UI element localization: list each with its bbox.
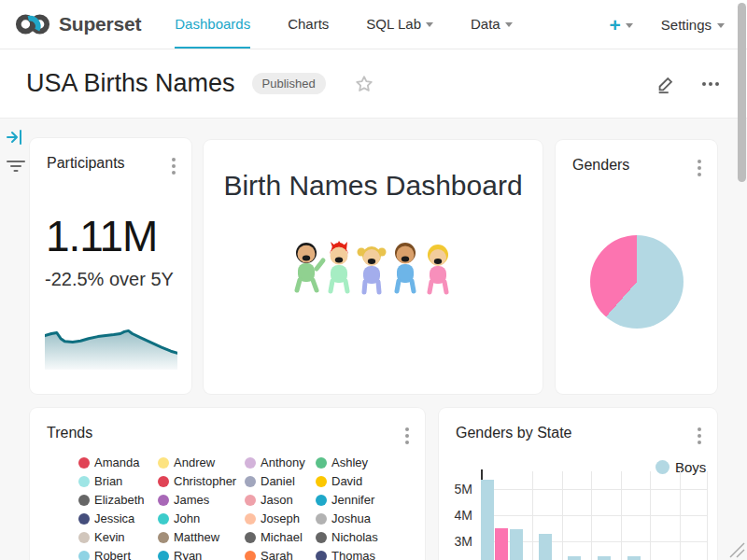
favorite-star-icon[interactable]	[354, 74, 374, 94]
legend-label: Ashley	[331, 455, 368, 469]
legend-label: Jennifer	[331, 493, 374, 507]
genders-pie-chart[interactable]	[590, 235, 684, 329]
bar-boy[interactable]	[481, 480, 494, 560]
markdown-heading: Birth Names Dashboard	[204, 170, 543, 202]
chevron-down-icon	[626, 23, 633, 28]
new-item-button[interactable]: +	[610, 15, 633, 35]
legend-item-brian[interactable]: Brian	[78, 475, 158, 487]
superset-brand[interactable]: Superset	[15, 0, 141, 49]
bar-boy[interactable]	[568, 556, 581, 560]
legend-item-joseph[interactable]: Joseph	[245, 512, 316, 525]
legend-item-anthony[interactable]: Anthony	[245, 456, 316, 469]
nav-item-sql-lab[interactable]: SQL Lab	[366, 0, 433, 49]
legend-label: Nicholas	[331, 530, 378, 544]
legend-item-andrew[interactable]: Andrew	[158, 456, 245, 469]
genders-card: Genders	[556, 140, 717, 394]
legend-label: Thomas	[331, 549, 375, 560]
top-nav: Superset DashboardsChartsSQL LabData + S…	[0, 0, 747, 49]
nav-item-charts[interactable]: Charts	[288, 0, 329, 49]
legend-label: Joseph	[261, 511, 300, 525]
gridline-v	[621, 471, 622, 560]
resize-corner-icon[interactable]	[729, 542, 745, 558]
bar-girl[interactable]	[495, 528, 508, 560]
nav-item-data[interactable]: Data	[471, 0, 513, 49]
legend-label: Robert	[94, 549, 131, 560]
plus-icon: +	[610, 15, 621, 35]
scrollbar-thumb[interactable]	[738, 3, 746, 182]
legend-item-amanda[interactable]: Amanda	[78, 456, 158, 469]
legend-item-robert[interactable]: Robert	[78, 550, 158, 560]
superset-logo-icon	[15, 13, 50, 35]
nav-item-dashboards[interactable]: Dashboards	[175, 0, 250, 49]
chevron-down-icon	[717, 23, 725, 28]
nav-item-label: Data	[471, 16, 500, 32]
legend-dot	[78, 532, 90, 543]
gridline-v	[680, 471, 681, 560]
kebab-menu-icon[interactable]	[695, 157, 704, 179]
bar-boy[interactable]	[627, 556, 641, 560]
status-badge[interactable]: Published	[252, 73, 326, 94]
legend-item-michael[interactable]: Michael	[245, 531, 316, 543]
legend-item-james[interactable]: James	[158, 494, 245, 506]
card-title: Genders by State	[456, 425, 572, 441]
more-actions-button[interactable]	[702, 82, 719, 86]
legend-dot	[158, 457, 169, 469]
settings-menu[interactable]: Settings	[661, 17, 725, 33]
legend-item-matthew[interactable]: Matthew	[158, 531, 245, 543]
legend-dot	[158, 532, 169, 543]
legend-item-jessica[interactable]: Jessica	[78, 512, 158, 525]
legend-dot	[245, 476, 256, 487]
y-axis-tick: 4M	[444, 508, 472, 523]
kebab-menu-icon[interactable]	[169, 155, 178, 177]
gridline-v	[532, 471, 533, 560]
gridline-v	[591, 471, 592, 560]
legend-item-jason[interactable]: Jason	[245, 494, 316, 506]
legend-dot	[245, 457, 256, 469]
legend-dot	[655, 460, 669, 474]
legend-item-kevin[interactable]: Kevin	[78, 531, 158, 543]
bar-boy[interactable]	[598, 556, 611, 560]
legend-item-david[interactable]: David	[316, 475, 400, 487]
legend-item-sarah[interactable]: Sarah	[245, 550, 316, 560]
legend-item-daniel[interactable]: Daniel	[245, 475, 316, 487]
legend-label: Amanda	[94, 455, 139, 469]
nav-item-label: Dashboards	[175, 16, 250, 32]
legend-dot	[316, 457, 327, 469]
filter-bar-strip	[0, 119, 28, 177]
legend-item-nicholas[interactable]: Nicholas	[316, 531, 400, 543]
bar-boy[interactable]	[510, 529, 523, 560]
gridline-v	[650, 471, 651, 560]
legend-item-elizabeth[interactable]: Elizabeth	[78, 494, 158, 506]
legend-item-boys[interactable]: Boys	[655, 459, 706, 475]
legend-label: Christopher	[174, 474, 236, 488]
legend-item-christopher[interactable]: Christopher	[158, 475, 245, 487]
legend-item-jennifer[interactable]: Jennifer	[316, 494, 400, 506]
legend-label: Michael	[261, 530, 303, 544]
bar-boy[interactable]	[539, 534, 552, 560]
filter-lines-icon[interactable]	[7, 159, 25, 174]
legend-dot	[158, 551, 169, 560]
nav-item-label: Charts	[288, 16, 329, 32]
expand-filter-bar-icon[interactable]	[7, 129, 23, 146]
legend-item-thomas[interactable]: Thomas	[316, 550, 400, 560]
trends-card: Trends AmandaAndrewAnthonyAshleyBrianChr…	[30, 408, 425, 560]
trends-legend: AmandaAndrewAnthonyAshleyBrianChristophe…	[78, 456, 400, 560]
kebab-menu-icon[interactable]	[402, 425, 412, 447]
legend-dot	[78, 457, 90, 469]
chevron-down-icon	[426, 22, 433, 27]
kebab-menu-icon[interactable]	[695, 425, 704, 447]
legend-label: John	[174, 511, 200, 525]
legend-item-ashley[interactable]: Ashley	[316, 456, 400, 469]
legend-dot	[245, 551, 256, 560]
legend-item-joshua[interactable]: Joshua	[316, 512, 400, 525]
edit-dashboard-button[interactable]	[655, 74, 676, 94]
legend-item-ryan[interactable]: Ryan	[158, 550, 245, 560]
settings-label: Settings	[661, 17, 712, 33]
legend-dot	[245, 532, 256, 543]
genders-by-state-card: Genders by State Boys 5M4M3M	[439, 408, 717, 560]
card-title: Participants	[47, 155, 125, 172]
legend-dot	[316, 513, 327, 525]
y-axis-tick: 3M	[444, 534, 472, 549]
legend-label: David	[331, 474, 362, 488]
legend-item-john[interactable]: John	[158, 512, 245, 525]
